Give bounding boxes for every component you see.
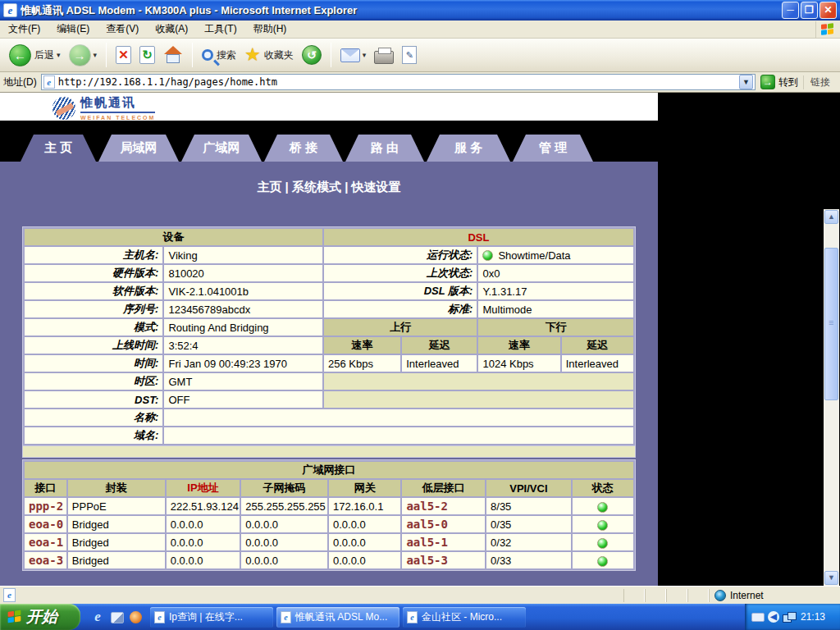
search-icon (202, 49, 213, 61)
tab-admin[interactable]: 管 理 (513, 135, 593, 162)
taskbar: 开始 e e Ip查询 | 在线字... e 惟帆通讯 ADSL Mo... e… (0, 604, 840, 630)
rate-header: 速率 (478, 337, 559, 354)
document-icon: e (3, 588, 16, 602)
tab-route[interactable]: 路 由 (345, 135, 424, 162)
back-button[interactable]: ← 后退 ▾ (5, 43, 65, 68)
stop-button[interactable]: ✕ (112, 44, 135, 66)
windows-flag-icon (815, 21, 838, 38)
restore-button[interactable]: ❐ (801, 2, 818, 19)
table-row: 上线时间: 3:52:4 速率 延迟 速率 延迟 (25, 337, 633, 354)
address-bar: 地址(D) e http://192.168.1.1/hag/pages/hom… (0, 72, 840, 93)
title-bar: e 惟帆通讯 ADSL Modem - KM300A plus - Micros… (0, 0, 840, 21)
forward-dropdown-icon[interactable]: ▾ (94, 51, 98, 59)
weifan-logo: 惟帆通讯 WEIFAN TELECOM (52, 95, 155, 121)
back-dropdown-icon[interactable]: ▾ (57, 51, 61, 59)
home-icon (163, 46, 183, 64)
table-row: 模式: Routing And Bridging 上行 下行 (25, 319, 633, 336)
start-button[interactable]: 开始 (0, 604, 80, 630)
lower-interface-name: aal5-0 (402, 516, 485, 532)
logo-name: 惟帆通讯 (80, 95, 155, 113)
keyboard-tray-icon[interactable] (751, 613, 765, 622)
toolbar-separator (106, 43, 107, 67)
status-pane (687, 589, 709, 602)
scroll-down-button[interactable]: ▼ (824, 571, 838, 585)
dsl-status-text: Showtime/Data (498, 249, 570, 262)
wan-status-light (597, 502, 608, 513)
wan-interfaces-table: 广域网接口 接口 封装 IP地址 子网掩码 网关 低层接口 VPI/VCI 状态… (22, 459, 636, 571)
collapse-tray-icon[interactable]: ◀ (768, 611, 779, 623)
status-pane (645, 589, 666, 602)
ie-page-icon: e (407, 611, 418, 623)
print-button[interactable] (370, 45, 398, 66)
table-row: 时区: GMT (25, 373, 633, 390)
address-dropdown-button[interactable]: ▼ (739, 75, 753, 89)
table-row: 名称: (25, 409, 633, 426)
edit-icon: ✎ (402, 46, 417, 64)
links-button[interactable]: 链接 (803, 75, 837, 89)
taskbar-button-ip-query[interactable]: e Ip查询 | 在线字... (150, 607, 273, 628)
lower-interface-name: aal5-3 (402, 552, 485, 568)
dsl-section-header: DSL (324, 229, 633, 245)
favorites-button[interactable]: ★ 收藏夹 (240, 44, 298, 66)
toolbar-separator (331, 43, 331, 67)
history-icon: ↺ (302, 45, 322, 65)
minimize-button[interactable]: ─ (782, 2, 799, 19)
mail-icon (340, 48, 360, 62)
address-input[interactable]: e http://192.168.1.1/hag/pages/home.htm … (41, 74, 756, 90)
refresh-button[interactable]: ↻ (135, 44, 159, 66)
go-arrow-icon: → (760, 75, 775, 89)
tab-wan[interactable]: 广域网 (181, 135, 262, 162)
network-tray-icon[interactable] (783, 612, 796, 622)
tab-home[interactable]: 主 页 (21, 135, 96, 162)
tab-service[interactable]: 服 务 (427, 135, 510, 162)
browser-viewport: 惟帆通讯 WEIFAN TELECOM 主 页 局域网 广域网 桥 接 路 由 … (0, 93, 840, 586)
window-title: 惟帆通讯 ADSL Modem - KM300A plus - Microsof… (21, 3, 780, 18)
menu-file[interactable]: 文件(F) (0, 21, 48, 38)
refresh-icon: ↻ (139, 46, 155, 64)
taskbar-button-jinshan[interactable]: e 金山社区 - Micro... (403, 607, 526, 628)
tab-bridge[interactable]: 桥 接 (264, 135, 343, 162)
taskbar-button-weifan[interactable]: e 惟帆通讯 ADSL Mo... (276, 607, 399, 628)
ie-page-icon: e (281, 611, 291, 623)
menu-bar: 文件(F) 编辑(E) 查看(V) 收藏(A) 工具(T) 帮助(H) (0, 21, 840, 39)
delay-header: 延迟 (562, 337, 633, 354)
menu-view[interactable]: 查看(V) (98, 21, 147, 38)
interface-name: eoa-1 (25, 534, 66, 550)
tab-lan[interactable]: 局域网 (98, 135, 179, 162)
edit-button[interactable]: ✎ (398, 44, 421, 66)
subnav-links[interactable]: 主页 | 系统模式 | 快速设置 (0, 180, 658, 195)
launch-icon[interactable] (130, 611, 142, 623)
page-icon: e (43, 75, 55, 89)
ie-toolbar: ← 后退 ▾ → ▾ ✕ ↻ 搜索 ★ 收藏夹 ↺ ▾ ✎ (0, 39, 840, 72)
scroll-up-button[interactable]: ▲ (824, 210, 838, 224)
content-scrollbar[interactable]: ▲ ▼ (824, 209, 839, 586)
menu-favorites[interactable]: 收藏(A) (147, 21, 196, 38)
wan-header-row: 接口 封装 IP地址 子网掩码 网关 低层接口 VPI/VCI 状态 (25, 480, 633, 496)
mail-dropdown-icon[interactable]: ▾ (363, 51, 367, 59)
dsl-status-light (482, 250, 493, 261)
mail-button[interactable]: ▾ (336, 47, 371, 64)
home-button[interactable] (159, 44, 187, 66)
wan-status-light (597, 520, 608, 531)
logo-subtitle: WEIFAN TELECOM (80, 115, 155, 121)
history-button[interactable]: ↺ (298, 43, 326, 66)
close-button[interactable]: ✕ (819, 2, 837, 19)
ie-quicklaunch-icon[interactable]: e (90, 609, 105, 624)
go-button[interactable]: → 转到 (760, 75, 798, 89)
table-row: 域名: (25, 427, 633, 444)
show-desktop-icon[interactable] (111, 612, 124, 623)
table-row: 主机名: Viking 运行状态: Showtime/Data (25, 247, 633, 263)
system-tray: ◀ 21:13 (745, 604, 840, 630)
menu-tools[interactable]: 工具(T) (196, 21, 244, 38)
table-row: ppp-2 PPPoE 222.51.93.124 255.255.255.25… (25, 498, 633, 514)
table-row: DST: OFF (25, 391, 633, 408)
stop-icon: ✕ (116, 46, 131, 64)
scrollbar-thumb[interactable] (824, 248, 838, 400)
menu-help[interactable]: 帮助(H) (245, 21, 295, 38)
ie-page-icon: e (154, 611, 165, 623)
menu-edit[interactable]: 编辑(E) (48, 21, 98, 38)
device-section-header: 设备 (25, 229, 322, 245)
upstream-header: 上行 (324, 319, 477, 336)
forward-button[interactable]: → ▾ (65, 43, 102, 68)
search-button[interactable]: 搜索 (198, 47, 240, 64)
